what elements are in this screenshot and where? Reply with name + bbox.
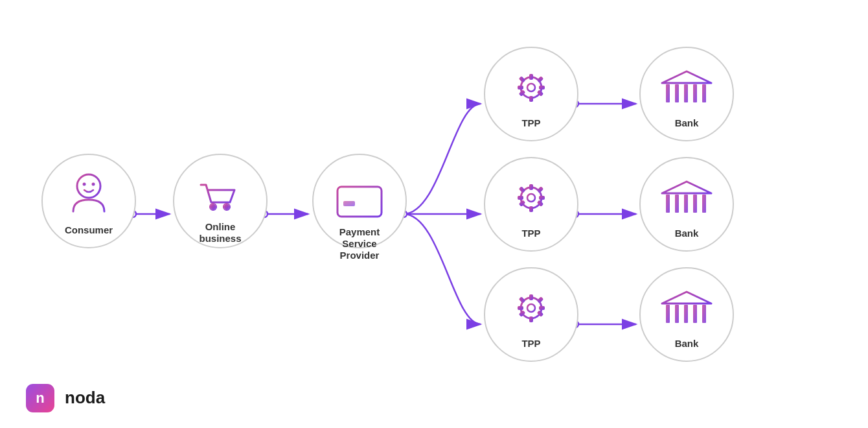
svg-rect-59 [518,306,523,310]
bank2-label: Bank [675,228,699,239]
line-psp-to-tpp3 [404,214,481,324]
svg-rect-17 [529,74,533,80]
svg-rect-39 [518,196,523,200]
svg-rect-30 [693,84,697,102]
svg-rect-48 [675,195,679,213]
tpp3-label: TPP [521,338,540,349]
node-tpp1: TPP [485,47,578,141]
svg-rect-18 [529,96,533,102]
svg-rect-13 [343,201,355,206]
svg-rect-71 [702,305,706,323]
bank3-label: Bank [675,338,699,349]
tpp1-label: TPP [521,117,540,128]
online-business-label2: business [199,233,241,244]
svg-rect-67 [666,305,670,323]
svg-rect-60 [539,306,545,310]
svg-rect-37 [529,184,533,190]
svg-rect-68 [675,305,679,323]
svg-rect-40 [539,196,545,200]
svg-rect-38 [529,206,533,212]
node-bank3: Bank [640,268,733,361]
svg-rect-20 [539,86,545,89]
node-bank2: Bank [640,158,733,251]
svg-rect-51 [702,195,706,213]
logo-text: noda [65,388,106,407]
svg-rect-28 [675,84,679,102]
svg-rect-29 [684,84,688,102]
svg-rect-50 [693,195,697,213]
svg-text:n: n [36,390,44,406]
psp-label3: Provider [340,250,380,261]
svg-point-6 [211,204,216,209]
node-bank1: Bank [640,47,733,141]
svg-rect-27 [666,84,670,102]
svg-rect-70 [693,305,697,323]
bank1-label: Bank [675,117,699,128]
svg-rect-57 [529,294,533,300]
line-psp-to-tpp1 [404,104,481,214]
node-online-business: Online business [174,154,267,248]
node-tpp2: TPP [485,158,578,251]
svg-rect-58 [529,316,533,322]
tpp2-label: TPP [521,228,540,239]
svg-point-4 [92,183,95,186]
svg-rect-47 [666,195,670,213]
svg-rect-49 [684,195,688,213]
diagram-container: Consumer Online business Payment Service… [0,0,868,428]
svg-rect-69 [684,305,688,323]
svg-rect-31 [702,84,706,102]
online-business-label1: Online [205,221,236,232]
svg-point-7 [224,204,229,209]
psp-label1: Payment [339,226,380,237]
node-consumer: Consumer [42,154,135,248]
node-psp: Payment Service Provider [313,154,406,261]
node-tpp3: TPP [485,268,578,361]
psp-label2: Service [342,238,376,249]
svg-point-3 [83,183,86,186]
consumer-label: Consumer [65,224,113,235]
noda-logo: n noda [26,384,106,412]
svg-rect-19 [518,86,523,89]
